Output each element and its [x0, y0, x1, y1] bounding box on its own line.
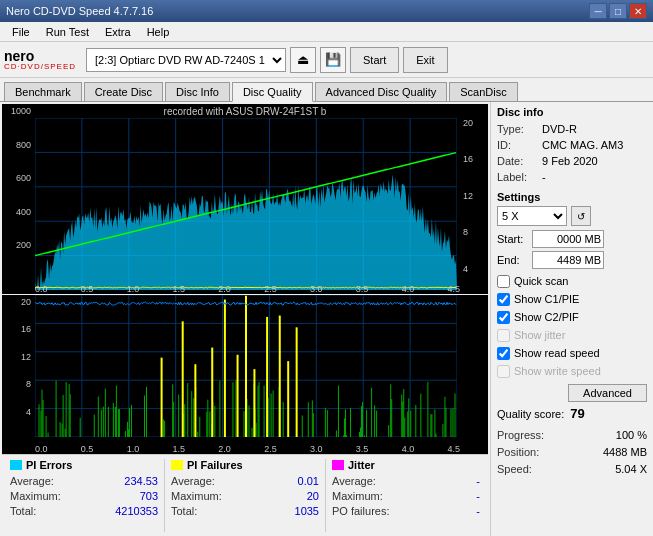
- quick-scan-row: Quick scan: [497, 272, 647, 290]
- refresh-button[interactable]: ↺: [571, 206, 591, 226]
- menu-help[interactable]: Help: [139, 24, 178, 40]
- eject-button[interactable]: ⏏: [290, 47, 316, 73]
- speed-value: 5.04 X: [615, 461, 647, 478]
- show-c1pie-checkbox[interactable]: [497, 293, 510, 306]
- show-c2pif-label: Show C2/PIF: [514, 308, 579, 326]
- stats-area: PI Errors Average: 234.53 Maximum: 703 T…: [2, 454, 488, 536]
- y-right-12: 12: [463, 191, 473, 201]
- menu-run-test[interactable]: Run Test: [38, 24, 97, 40]
- right-panel: Disc info Type: DVD-R ID: CMC MAG. AM3 D…: [490, 102, 653, 536]
- disc-id-value: CMC MAG. AM3: [542, 137, 647, 153]
- disc-date-label: Date:: [497, 153, 542, 169]
- menu-file[interactable]: File: [4, 24, 38, 40]
- disc-date-row: Date: 9 Feb 2020: [497, 153, 647, 169]
- pi-errors-max-value: 703: [140, 489, 158, 504]
- progress-label: Progress:: [497, 427, 544, 444]
- disc-label-row: Label: -: [497, 169, 647, 185]
- speed-select[interactable]: 5 X Maximum 1 X 2 X 4 X 8 X: [497, 206, 567, 226]
- disc-id-row: ID: CMC MAG. AM3: [497, 137, 647, 153]
- y-right-8: 8: [463, 227, 468, 237]
- start-input[interactable]: [532, 230, 604, 248]
- pi-failures-max-value: 20: [307, 489, 319, 504]
- main-content: 1000 800 600 400 200 recorded with ASUS …: [0, 102, 653, 536]
- show-read-speed-row: Show read speed: [497, 344, 647, 362]
- nero-logo: nero CD·DVD/SPEED: [4, 49, 76, 71]
- settings-title: Settings: [497, 191, 647, 203]
- close-button[interactable]: ✕: [629, 3, 647, 19]
- show-read-speed-checkbox[interactable]: [497, 347, 510, 360]
- pi-errors-total-value: 4210353: [115, 504, 158, 519]
- chart-area: 1000 800 600 400 200 recorded with ASUS …: [0, 102, 490, 536]
- disc-label-value: -: [542, 169, 647, 185]
- disc-info-title: Disc info: [497, 106, 647, 118]
- y2-label-16: 16: [21, 324, 31, 334]
- tab-benchmark[interactable]: Benchmark: [4, 82, 82, 101]
- menu-extra[interactable]: Extra: [97, 24, 139, 40]
- quick-scan-label: Quick scan: [514, 272, 568, 290]
- y2-label-12: 12: [21, 352, 31, 362]
- tabs: Benchmark Create Disc Disc Info Disc Qua…: [0, 78, 653, 102]
- minimize-button[interactable]: ─: [589, 3, 607, 19]
- pi-failures-total-value: 1035: [295, 504, 319, 519]
- progress-row: Progress: 100 %: [497, 427, 647, 444]
- po-failures-value: -: [476, 504, 480, 519]
- position-value: 4488 MB: [603, 444, 647, 461]
- disc-type-row: Type: DVD-R: [497, 121, 647, 137]
- tab-disc-quality[interactable]: Disc Quality: [232, 82, 313, 102]
- maximize-button[interactable]: □: [609, 3, 627, 19]
- tab-disc-info[interactable]: Disc Info: [165, 82, 230, 101]
- pi-errors-total-label: Total:: [10, 504, 36, 519]
- show-jitter-row: Show jitter: [497, 326, 647, 344]
- quality-score-label: Quality score:: [497, 408, 564, 420]
- show-jitter-checkbox[interactable]: [497, 329, 510, 342]
- titlebar: Nero CD-DVD Speed 4.7.7.16 ─ □ ✕: [0, 0, 653, 22]
- disc-label-label: Label:: [497, 169, 542, 185]
- start-label: Start:: [497, 233, 532, 245]
- exit-button[interactable]: Exit: [403, 47, 447, 73]
- speed-row: Speed: 5.04 X: [497, 461, 647, 478]
- tab-create-disc[interactable]: Create Disc: [84, 82, 163, 101]
- progress-value: 100 %: [616, 427, 647, 444]
- show-read-speed-label: Show read speed: [514, 344, 600, 362]
- jitter-group: Jitter Average: - Maximum: - PO failures…: [326, 459, 486, 532]
- quality-score-value: 79: [570, 406, 584, 421]
- y-label-200: 200: [16, 240, 31, 250]
- save-button[interactable]: 💾: [320, 47, 346, 73]
- jitter-avg-value: -: [476, 474, 480, 489]
- position-label: Position:: [497, 444, 539, 461]
- y-right-16: 16: [463, 154, 473, 164]
- disc-type-label: Type:: [497, 121, 542, 137]
- y2-label-4: 4: [26, 407, 31, 417]
- end-input[interactable]: [532, 251, 604, 269]
- pi-errors-label: PI Errors: [26, 459, 72, 471]
- show-write-speed-label: Show write speed: [514, 362, 601, 380]
- show-c2pif-checkbox[interactable]: [497, 311, 510, 324]
- pi-failures-label: PI Failures: [187, 459, 243, 471]
- end-mb-row: End:: [497, 251, 647, 269]
- drive-select[interactable]: [2:3] Optiarc DVD RW AD-7240S 1.04: [86, 48, 286, 72]
- tab-scan-disc[interactable]: ScanDisc: [449, 82, 517, 101]
- disc-type-value: DVD-R: [542, 121, 647, 137]
- show-jitter-label: Show jitter: [514, 326, 565, 344]
- speed-label: Speed:: [497, 461, 532, 478]
- po-failures-label: PO failures:: [332, 504, 389, 519]
- y-right-20: 20: [463, 118, 473, 128]
- pi-errors-avg-label: Average:: [10, 474, 54, 489]
- tab-advanced-disc-quality[interactable]: Advanced Disc Quality: [315, 82, 448, 101]
- pi-failures-avg-label: Average:: [171, 474, 215, 489]
- pi-failures-total-label: Total:: [171, 504, 197, 519]
- start-button[interactable]: Start: [350, 47, 399, 73]
- menubar: File Run Test Extra Help: [0, 22, 653, 42]
- titlebar-controls: ─ □ ✕: [589, 3, 647, 19]
- pi-errors-color: [10, 460, 22, 470]
- jitter-avg-label: Average:: [332, 474, 376, 489]
- advanced-button[interactable]: Advanced: [568, 384, 647, 402]
- show-c1pie-label: Show C1/PIE: [514, 290, 579, 308]
- quality-score-row: Quality score: 79: [497, 406, 647, 421]
- position-row: Position: 4488 MB: [497, 444, 647, 461]
- jitter-max-label: Maximum:: [332, 489, 383, 504]
- show-write-speed-checkbox[interactable]: [497, 365, 510, 378]
- quick-scan-checkbox[interactable]: [497, 275, 510, 288]
- disc-date-value: 9 Feb 2020: [542, 153, 647, 169]
- y-right-4: 4: [463, 264, 468, 274]
